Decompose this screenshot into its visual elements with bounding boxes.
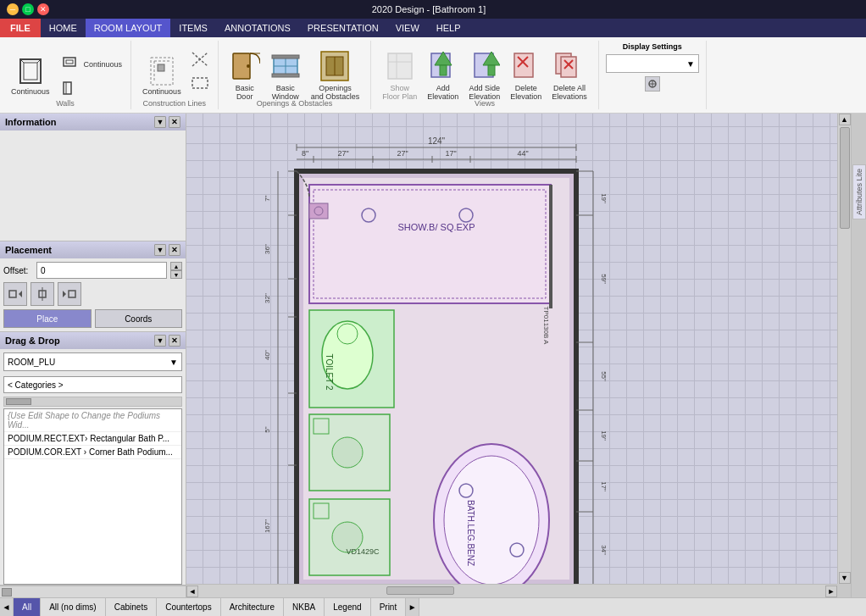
delete-all-elevations-label: Delete All Elevations [552,84,587,101]
drag-drop-header[interactable]: Drag & Drop ▼ ✕ [0,332,186,349]
svg-rect-10 [158,64,164,71]
attributes-lite-button[interactable]: Attributes Lite [852,164,866,219]
menu-help[interactable]: HELP [428,19,469,37]
tab-cabinets[interactable]: Cabinets [106,598,157,616]
add-elevation-label: Add Elevation [427,84,458,101]
menu-view[interactable]: VIEW [387,19,428,37]
information-panel: Information ▼ ✕ [0,114,186,241]
openings-label: Openings and Obstacles [311,84,360,101]
ribbon-group-walls: Continuous Continuous [0,41,131,109]
placement-collapse-btn[interactable]: ▼ [154,244,166,256]
scroll-track-h[interactable] [198,585,825,597]
add-side-elevation-button[interactable]: Add Side Elevation [464,47,504,103]
minimize-button[interactable]: ─ [7,3,19,15]
dnd-list-item-0[interactable]: {Use Edit Shape to Change the Podiums Wi… [4,409,181,432]
menu-file[interactable]: FILE [0,19,41,37]
delete-all-elevations-button[interactable]: Delete All Elevations [547,47,591,103]
window-controls[interactable]: ─ □ ✕ [7,3,49,15]
svg-marker-49 [63,291,66,297]
tab-nav-right[interactable]: ► [406,598,419,616]
placement-header[interactable]: Placement ▼ ✕ [0,241,186,258]
information-collapse-btn[interactable]: ▼ [154,116,166,128]
basic-door-label: Basic Door [236,84,254,101]
placement-left-btn[interactable] [3,282,27,306]
basic-window-button[interactable]: Basic Window [266,47,305,103]
placement-right-btn[interactable] [58,282,81,306]
toilet-tank [337,324,358,344]
dnd-scroll-thumb[interactable] [6,398,31,405]
drag-drop-collapse-btn[interactable]: ▼ [154,335,166,347]
left-panel-scroll[interactable] [0,585,186,597]
offset-input[interactable] [36,262,167,279]
construction-lines-label: Continuous [142,87,181,96]
categories-row[interactable]: < Categories > [3,376,182,393]
menu-room-layout[interactable]: ROOM LAYOUT [86,19,170,37]
floor-plan-svg[interactable]: 124" 8" 27" 27" 17" 44" [212,130,830,597]
delete-elevation-button[interactable]: Delete Elevation [506,47,546,103]
constr-small-btn-1[interactable] [189,49,211,69]
dnd-category-dropdown[interactable]: ROOM_PLU ▼ [3,352,182,371]
drag-drop-panel: Drag & Drop ▼ ✕ ROOM_PLU ▼ < Categories … [0,332,186,585]
tab-nkba[interactable]: NKBA [284,598,325,616]
canvas-scroll-vertical[interactable]: ▲ ▼ [837,114,851,584]
close-button[interactable]: ✕ [37,3,49,15]
placement-icon-buttons [3,282,182,306]
tab-all-no-dims[interactable]: All (no dims) [41,598,106,616]
svg-rect-20 [272,55,299,58]
canvas-scroll-horizontal[interactable]: ◄ ► [186,584,837,597]
menu-home[interactable]: HOME [41,19,86,37]
scroll-track-v[interactable] [838,125,851,572]
scroll-up-btn[interactable]: ▲ [839,114,851,125]
offset-label: Offset: [3,266,33,275]
scroll-thumb-h[interactable] [386,586,454,595]
left-scroll-thumb[interactable] [2,588,12,597]
tab-nav-left[interactable]: ◄ [0,598,14,616]
information-close-btn[interactable]: ✕ [169,116,180,128]
dim-seg-2: 27" [397,149,408,158]
placement-close-btn[interactable]: ✕ [169,244,180,256]
show-floor-plan-button[interactable]: Show Floor Plan [378,47,421,103]
dnd-scroll-h[interactable] [3,397,182,407]
display-settings-small-btn-1[interactable] [645,76,660,92]
basic-window-label: Basic Window [272,84,299,101]
show-floor-plan-label: Show Floor Plan [382,84,417,101]
placement-middle-btn[interactable] [31,282,54,306]
scroll-right-btn[interactable]: ► [825,585,837,597]
tab-legend[interactable]: Legend [325,598,370,616]
maximize-button[interactable]: □ [22,3,34,15]
wall-small-btn-1[interactable]: Continuous [61,53,125,75]
display-settings-dropdown[interactable]: ▼ [606,54,699,73]
svg-rect-38 [561,57,576,77]
openings-button[interactable]: Openings and Obstacles [307,47,364,103]
shower-rect[interactable] [309,185,551,303]
add-elevation-button[interactable]: Add Elevation [423,47,463,103]
scroll-thumb-v[interactable] [840,127,850,229]
tab-architecture[interactable]: Architecture [221,598,284,616]
offset-increment-btn[interactable]: ▲ [170,262,182,270]
drag-drop-close-btn[interactable]: ✕ [169,335,180,347]
scroll-left-btn[interactable]: ◄ [186,585,198,597]
wall-small-btn-2[interactable] [61,79,125,97]
construction-lines-button[interactable]: Continuous [138,53,186,98]
coords-button[interactable]: Coords [95,309,183,328]
information-header[interactable]: Information ▼ ✕ [0,114,186,130]
offset-decrement-btn[interactable]: ▼ [170,270,182,279]
place-button[interactable]: Place [3,309,92,328]
continuous-wall-button[interactable]: Continuous [7,53,54,98]
menu-presentation[interactable]: PRESENTATION [299,19,387,37]
placement-title: Placement [5,245,52,255]
basic-door-button[interactable]: Basic Door [225,47,264,103]
dnd-list-item-2[interactable]: PODIUM.COR.EXT › Corner Bath Podium... [4,446,181,459]
left-panel: Information ▼ ✕ Placement ▼ ✕ Offset: [0,114,186,597]
ribbon: Continuous Continuous [0,37,866,114]
scroll-down-btn[interactable]: ▼ [839,572,851,584]
dnd-list-item-1[interactable]: PODIUM.RECT.EXT› Rectangular Bath P... [4,432,181,446]
tab-print[interactable]: Print [371,598,407,616]
menu-items[interactable]: ITEMS [170,19,216,37]
canvas-area[interactable]: 124" 8" 27" 27" 17" 44" [186,114,851,597]
tab-countertops[interactable]: Countertops [157,598,220,616]
tab-all[interactable]: All [14,598,41,616]
right-attributes-lite: Attributes Lite [851,114,866,597]
constr-small-btn-2[interactable] [189,73,211,93]
menu-annotations[interactable]: ANNOTATIONS [216,19,299,37]
